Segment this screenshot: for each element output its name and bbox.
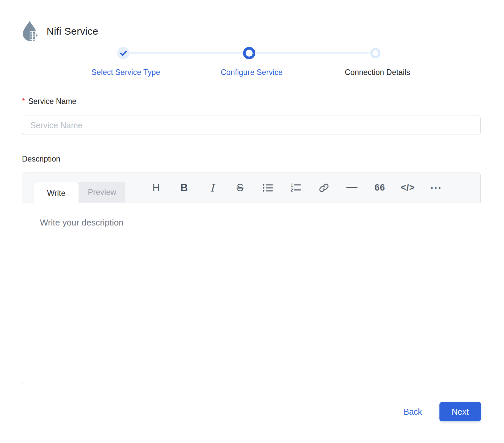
quote-icon[interactable]: 66 <box>366 173 394 203</box>
bold-icon[interactable]: B <box>170 173 198 203</box>
tab-preview[interactable]: Preview <box>79 182 125 203</box>
unordered-list-icon[interactable] <box>254 173 282 203</box>
service-name-label: *Service Name <box>22 97 76 106</box>
step-label-select-service-type: Select Service Type <box>73 68 179 77</box>
page-title: Nifi Service <box>47 26 98 37</box>
step-label-configure-service: Configure Service <box>198 68 305 77</box>
more-icon[interactable]: ••• <box>422 173 450 203</box>
italic-icon[interactable]: I <box>198 173 226 203</box>
back-button[interactable]: Back <box>393 402 433 421</box>
step-label-connection-details: Connection Details <box>324 68 431 77</box>
description-input[interactable] <box>23 203 481 385</box>
svg-text:2: 2 <box>291 188 293 193</box>
service-name-label-text: Service Name <box>28 97 76 106</box>
ordered-list-icon[interactable]: 1 2 <box>282 173 310 203</box>
configure-service-page: Nifi Service Select Service Type Configu… <box>0 0 504 443</box>
editor-toolbar: Write Preview H B I S 1 <box>22 173 480 203</box>
next-button[interactable]: Next <box>439 402 481 421</box>
stepper-connector-2 <box>256 52 369 54</box>
step-pending-indicator <box>370 48 380 58</box>
required-asterisk: * <box>22 97 25 106</box>
link-icon[interactable] <box>310 173 338 203</box>
step-completed-indicator <box>117 47 129 59</box>
step-active-indicator <box>243 47 255 59</box>
nifi-drop-icon <box>21 21 38 42</box>
strikethrough-icon[interactable]: S <box>226 173 254 203</box>
check-icon <box>120 51 127 56</box>
page-header: Nifi Service <box>21 21 98 42</box>
horizontal-rule-icon[interactable] <box>338 173 366 203</box>
svg-text:1: 1 <box>291 183 293 188</box>
service-name-input[interactable] <box>22 116 481 135</box>
stepper-connector-1 <box>129 52 243 54</box>
description-editor: Write Preview H B I S 1 <box>22 173 481 385</box>
heading-icon[interactable]: H <box>142 173 170 203</box>
editor-tools: H B I S 1 2 <box>142 173 450 203</box>
description-label: Description <box>22 155 60 164</box>
tab-write[interactable]: Write <box>34 182 79 204</box>
code-icon[interactable]: </> <box>394 173 422 203</box>
